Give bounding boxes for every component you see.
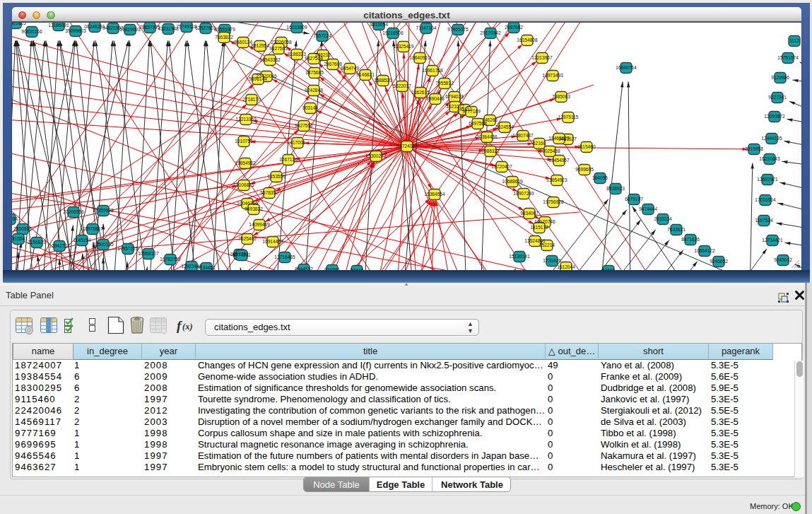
svg-text:3493822: 3493822 xyxy=(245,206,263,211)
svg-text:391554: 391554 xyxy=(12,216,18,221)
svg-text:16033809: 16033809 xyxy=(286,25,307,30)
svg-text:97465075: 97465075 xyxy=(447,27,469,32)
svg-text:52601815: 52601815 xyxy=(12,23,26,25)
svg-text:7357224: 7357224 xyxy=(313,33,331,38)
svg-text:10025438: 10025438 xyxy=(539,148,560,153)
svg-text:16648764: 16648764 xyxy=(616,65,637,70)
svg-text:15300273: 15300273 xyxy=(365,153,387,158)
svg-text:20206556: 20206556 xyxy=(63,209,84,214)
svg-text:12734421: 12734421 xyxy=(762,238,783,243)
svg-text:1167534: 1167534 xyxy=(755,218,773,223)
svg-text:29170342: 29170342 xyxy=(480,30,501,35)
svg-text:87611: 87611 xyxy=(602,268,615,270)
svg-text:164095: 164095 xyxy=(592,175,608,180)
svg-text:19106825: 19106825 xyxy=(233,182,254,187)
svg-text:6794028: 6794028 xyxy=(445,94,464,99)
svg-text:9146821: 9146821 xyxy=(356,72,375,77)
svg-text:14099489: 14099489 xyxy=(249,222,270,227)
svg-text:5578352: 5578352 xyxy=(260,190,278,195)
svg-text:62527601: 62527601 xyxy=(195,25,216,30)
svg-text:8912954: 8912954 xyxy=(251,43,269,48)
svg-text:2933114: 2933114 xyxy=(654,216,672,221)
svg-text:18640910: 18640910 xyxy=(409,55,430,60)
svg-text:16914479: 16914479 xyxy=(262,239,283,244)
svg-text:10046766: 10046766 xyxy=(237,201,258,206)
svg-text:13186091: 13186091 xyxy=(48,23,69,28)
svg-text:39099603: 39099603 xyxy=(65,28,86,33)
svg-text:12942737: 12942737 xyxy=(49,243,70,248)
svg-text:12213967: 12213967 xyxy=(531,55,553,60)
svg-text:7663822: 7663822 xyxy=(215,35,233,40)
svg-text:9327508: 9327508 xyxy=(305,56,323,61)
svg-text:10958107: 10958107 xyxy=(138,251,159,256)
svg-text:1010755: 1010755 xyxy=(235,139,253,144)
svg-text:2156829: 2156829 xyxy=(28,240,46,245)
svg-text:16782759: 16782759 xyxy=(160,257,181,262)
svg-text:3875685: 3875685 xyxy=(305,70,324,75)
svg-text:9227341: 9227341 xyxy=(768,95,787,100)
svg-text:7955812: 7955812 xyxy=(435,81,454,86)
svg-text:43231948: 43231948 xyxy=(158,26,179,31)
svg-text:9774511: 9774511 xyxy=(233,252,251,257)
svg-text:8990448: 8990448 xyxy=(426,96,445,101)
svg-text:20364436: 20364436 xyxy=(476,134,498,139)
svg-text:7632621: 7632621 xyxy=(667,227,686,232)
svg-text:9896144: 9896144 xyxy=(249,76,267,81)
svg-text:12213369: 12213369 xyxy=(235,117,257,122)
svg-text:19384554: 19384554 xyxy=(424,192,445,197)
svg-text:16543382: 16543382 xyxy=(259,57,281,62)
svg-text:62160: 62160 xyxy=(533,141,546,146)
svg-text:19654982: 19654982 xyxy=(235,160,256,165)
svg-text:9827503: 9827503 xyxy=(269,46,288,51)
svg-text:90830166: 90830166 xyxy=(21,29,42,34)
svg-text:12975115: 12975115 xyxy=(558,115,579,119)
svg-text:746266: 746266 xyxy=(482,117,498,122)
svg-text:1112: 1112 xyxy=(789,38,799,43)
svg-text:6879197: 6879197 xyxy=(625,197,643,201)
svg-text:16154808: 16154808 xyxy=(517,37,538,42)
svg-text:7625402: 7625402 xyxy=(238,236,257,241)
svg-text:1362615: 1362615 xyxy=(411,90,430,95)
svg-text:252214: 252214 xyxy=(539,243,555,247)
svg-text:11325419: 11325419 xyxy=(394,44,414,49)
svg-text:9834067: 9834067 xyxy=(520,211,539,216)
svg-text:75749118: 75749118 xyxy=(177,24,197,29)
svg-text:3624554: 3624554 xyxy=(495,124,514,129)
svg-text:17016504: 17016504 xyxy=(755,197,776,202)
svg-text:9699695: 9699695 xyxy=(575,167,594,172)
svg-text:18463627: 18463627 xyxy=(548,136,570,141)
svg-text:13654923: 13654923 xyxy=(546,177,567,182)
svg-text:12505135: 12505135 xyxy=(93,242,114,247)
svg-text:8813054: 8813054 xyxy=(370,23,388,27)
svg-text:1588520: 1588520 xyxy=(374,78,392,83)
svg-text:803144: 803144 xyxy=(302,105,318,110)
svg-text:13692921: 13692921 xyxy=(757,177,778,182)
svg-text:f: f xyxy=(177,318,182,333)
svg-text:8660124: 8660124 xyxy=(234,40,252,45)
svg-text:15136141: 15136141 xyxy=(509,254,530,259)
svg-text:1145194: 1145194 xyxy=(73,238,91,243)
svg-text:9427552: 9427552 xyxy=(295,123,313,128)
svg-text:5322037: 5322037 xyxy=(393,83,411,88)
svg-text:2967608: 2967608 xyxy=(324,62,342,66)
svg-text:16961758: 16961758 xyxy=(422,68,443,73)
svg-text:13716485: 13716485 xyxy=(274,255,295,259)
svg-text:9242848: 9242848 xyxy=(305,88,323,93)
svg-text:15720407: 15720407 xyxy=(491,164,512,169)
svg-text:13454957: 13454957 xyxy=(548,158,570,163)
svg-text:9474444: 9474444 xyxy=(639,206,657,211)
svg-text:9245652: 9245652 xyxy=(710,259,728,264)
svg-text:924501: 924501 xyxy=(324,267,340,270)
svg-text:1353559: 1353559 xyxy=(267,174,286,179)
svg-text:8044512: 8044512 xyxy=(295,267,313,270)
svg-text:7986322: 7986322 xyxy=(481,148,500,153)
svg-text:10807487: 10807487 xyxy=(512,133,534,138)
svg-text:9129966: 9129966 xyxy=(771,75,789,80)
svg-text:51819093: 51819093 xyxy=(119,27,141,32)
svg-text:9134451: 9134451 xyxy=(197,265,216,270)
svg-text:17359928: 17359928 xyxy=(93,208,114,213)
svg-text:16120746: 16120746 xyxy=(534,219,555,224)
svg-text:2850501: 2850501 xyxy=(13,226,32,231)
svg-text:19218506: 19218506 xyxy=(382,30,404,35)
svg-text:9777169: 9777169 xyxy=(462,109,481,114)
